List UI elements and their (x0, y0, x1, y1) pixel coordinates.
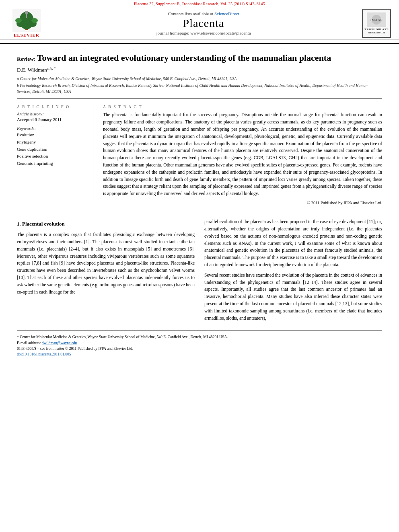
trophoblast-logo: IMAGE TROPHOBLASTRESEARCH (360, 9, 393, 38)
trophoblast-image: IMAGE (367, 12, 386, 27)
journal-header: Placenta 32, Supplement B, Trophoblast R… (0, 0, 399, 44)
keyword-1: Evolution (17, 131, 87, 139)
abstract-col: A B S T R A C T The placenta is fundamen… (103, 105, 382, 205)
svg-point-7 (25, 11, 28, 14)
affiliations: a Center for Molecular Medicine & Geneti… (17, 76, 382, 94)
keyword-3: Gene duplication (17, 146, 87, 153)
article-type: Review: Toward an integrated evolutionar… (17, 53, 382, 63)
footer-area: * Center for Molecular Medicine & Geneti… (17, 331, 382, 359)
abstract-label: A B S T R A C T (103, 105, 382, 109)
article-history: Article history: Accepted 6 January 2011 (17, 111, 87, 122)
journal-banner-row: ELSEVIER Contents lists available at Sci… (0, 7, 399, 40)
trophoblast-icon: IMAGE (367, 12, 386, 27)
article-title-section: Review: Toward an integrated evolutionar… (17, 44, 382, 99)
journal-center: Contents lists available at ScienceDirec… (47, 11, 360, 35)
affiliation-b: b Perinatology Research Branch, Division… (17, 82, 382, 94)
section1-col2-para2: Several recent studies have examined the… (204, 272, 382, 322)
issn-line: 0143-4004/$ – see front matter © 2011 Pu… (17, 346, 228, 351)
article-info-col: A R T I C L E I N F O Article history: A… (17, 105, 93, 205)
abstract-text: The placenta is fundamentally important … (103, 111, 382, 197)
keywords-list: Evolution Phylogeny Gene duplication Pos… (17, 131, 87, 167)
section1-heading: 1. Placental evolution (17, 220, 195, 228)
sciencedirect-label: Contents lists available at (168, 11, 214, 16)
section1-col2-para1: parallel evolution of the placenta as ha… (204, 218, 382, 269)
article-content: Review: Toward an integrated evolutionar… (0, 44, 399, 359)
accepted-date: Accepted 6 January 2011 (17, 117, 87, 122)
doi-line: doi:10.1016/j.placenta.2011.01.005 (17, 351, 228, 357)
journal-top-bar: Placenta 32, Supplement B, Trophoblast R… (0, 0, 399, 7)
svg-text:IMAGE: IMAGE (370, 18, 383, 22)
article-info-abstract-section: A R T I C L E I N F O Article history: A… (17, 99, 382, 211)
sciencedirect-line: Contents lists available at ScienceDirec… (51, 11, 356, 16)
article-info-label: A R T I C L E I N F O (17, 105, 87, 109)
footnote-section: * Center for Molecular Medicine & Geneti… (17, 334, 228, 357)
article-authors: D.E. Wildmana, b, * (17, 66, 382, 73)
star-note: * Center for Molecular Medicine & Geneti… (17, 334, 228, 340)
elsevier-brand-text: ELSEVIER (14, 33, 39, 37)
keyword-5: Genomic imprinting (17, 160, 87, 167)
journal-homepage: journal homepage: www.elsevier.com/locat… (51, 31, 356, 35)
body-col-right: parallel evolution of the placenta as ha… (204, 218, 382, 325)
email-link[interactable]: dwildman@wayne.edu (42, 341, 77, 345)
keyword-4: Positive selection (17, 153, 87, 160)
article-title: Toward an integrated evolutionary unders… (37, 53, 331, 63)
email-line: E-mail address: dwildman@wayne.edu (17, 340, 228, 346)
section1-para1: The placenta is a complex organ that fac… (17, 231, 195, 296)
history-label: Article history: (17, 111, 87, 116)
svg-point-6 (31, 18, 38, 23)
svg-point-5 (15, 18, 22, 23)
copyright-line: © 2011 Published by IFPA and Elsevier Lt… (103, 201, 382, 205)
keyword-2: Phylogeny (17, 139, 87, 146)
keywords-label: Keywords: (17, 126, 87, 131)
elsevier-logo: ELSEVIER (6, 9, 47, 37)
email-label: E-mail address: (17, 341, 41, 345)
body-two-col: 1. Placental evolution The placenta is a… (17, 211, 382, 325)
top-bar-text: Placenta 32, Supplement B, Trophoblast R… (134, 2, 265, 6)
elsevier-tree-icon (12, 9, 41, 32)
authors-text: D.E. Wildman (17, 67, 47, 73)
article-type-text: Review: (17, 56, 35, 62)
abstract-body: The placenta is fundamentally important … (103, 112, 382, 196)
affiliation-a: a Center for Molecular Medicine & Geneti… (17, 76, 382, 82)
body-col-left: 1. Placental evolution The placenta is a… (17, 218, 195, 325)
trophoblast-brand-text: TROPHOBLASTRESEARCH (365, 28, 389, 34)
keywords-section: Keywords: Evolution Phylogeny Gene dupli… (17, 126, 87, 167)
sciencedirect-link[interactable]: ScienceDirect (214, 11, 239, 16)
journal-title: Placenta (51, 17, 356, 30)
page-wrapper: Placenta 32, Supplement B, Trophoblast R… (0, 0, 399, 359)
trophoblast-box: IMAGE TROPHOBLASTRESEARCH (362, 9, 391, 38)
author-superscripts: a, b, * (47, 66, 56, 70)
